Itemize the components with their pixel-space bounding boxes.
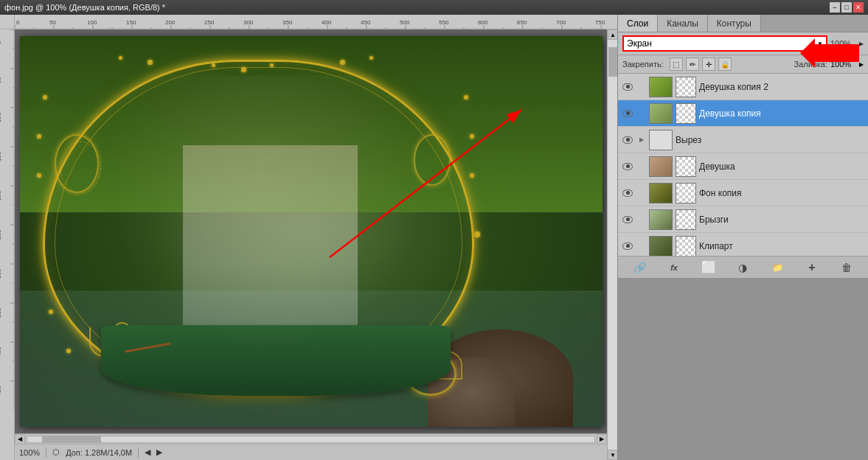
layer-item-5[interactable]: Брызги [618,206,868,233]
layer-name-1: Девушка копия [699,108,865,119]
svg-text:350: 350 [0,307,2,318]
layer-mask-3 [676,156,696,177]
svg-text:450: 450 [361,19,371,26]
maximize-button[interactable]: □ [841,2,852,13]
layer-visibility-6[interactable] [621,240,634,253]
svg-text:400: 400 [0,346,2,357]
layer-name-6: Клипарт [699,241,865,251]
panel-bottom-toolbar: 🔗 fx ⬜ ◑ 📁 + 🗑 [618,256,868,278]
svg-text:100: 100 [87,19,97,26]
svg-text:150: 150 [126,19,136,26]
opacity-value: 100% [830,39,856,48]
status-bar: 100% ⬡ Доп: 1.28M/14,0M ◀ ▶ [15,444,607,460]
layers-list[interactable]: Девушка копия 2Девушка копия▶ВырезДевушк… [618,74,868,256]
fx-btn[interactable]: fx [665,259,683,276]
scroll-track-vertical[interactable] [608,40,617,450]
blend-mode-select[interactable]: Экран ▼ [622,35,827,52]
add-mask-btn[interactable]: ⬜ [700,259,718,276]
eye-icon-5 [622,216,633,223]
canvas-scrollbar-vertical[interactable]: ▲ ▼ [607,29,617,460]
svg-text:250: 250 [204,19,215,26]
lock-position-btn[interactable]: ✛ [702,58,715,71]
svg-text:650: 650 [517,19,527,26]
scroll-thumb-vertical[interactable] [608,47,617,77]
layer-name-4: Фон копия [699,188,865,198]
layer-item-2[interactable]: ▶Вырез [618,127,868,153]
link-layers-btn[interactable]: 🔗 [631,259,648,276]
delete-layer-btn[interactable]: 🗑 [838,259,855,276]
layer-mask-4 [676,183,696,203]
layer-item-4[interactable]: Фон копия [618,180,868,206]
opacity-arrow[interactable]: ▶ [859,41,864,47]
photoshop-canvas [20,36,603,427]
tab-layers[interactable]: Слои [618,15,658,32]
fill-arrow[interactable]: ▶ [859,61,864,68]
separator [46,447,46,458]
eye-icon-3 [622,163,633,170]
title-bar: фон.jpg @ 100% (Девушка копия, RGB/8) * … [0,0,868,15]
canvas-container[interactable] [15,29,607,433]
lock-pixels-btn[interactable]: ✏ [686,58,699,71]
lock-row: Закрепить: ⬚ ✏ ✛ 🔒 Заливка: 100% ▶ [618,55,868,74]
layer-item-0[interactable]: Девушка копия 2 [618,74,868,100]
layer-visibility-1[interactable] [621,107,634,120]
blend-mode-row: Экран ▼ 100% ▶ [618,32,868,55]
blend-mode-value: Экран [627,38,652,49]
layer-name-2: Вырез [676,135,865,145]
svg-text:750: 750 [595,19,605,26]
svg-text:700: 700 [556,19,566,26]
nav-arrow-right[interactable]: ▶ [156,447,162,457]
layer-name-0: Девушка копия 2 [699,82,865,92]
eye-icon-1 [622,110,633,117]
new-layer-btn[interactable]: + [803,259,821,276]
svg-text:0: 0 [0,41,2,44]
doc-size-text: Доп: 1.28M/14,0M [66,448,132,457]
layer-mask-5 [676,209,696,230]
nav-arrow-left[interactable]: ◀ [145,447,150,457]
layer-mask-0 [676,77,696,97]
layer-visibility-5[interactable] [621,213,634,226]
scroll-track-horizontal[interactable] [27,436,595,443]
canvas-area: 0 50 100 150 200 250 300 [0,15,617,460]
layer-thumb-5 [649,209,673,230]
svg-text:50: 50 [0,77,2,83]
right-panel: Слои Каналы Контуры Экран ▼ 100% ▶ Закре… [617,15,868,460]
svg-text:0: 0 [16,19,20,26]
eye-icon-4 [622,189,633,197]
scroll-thumb-horizontal[interactable] [42,436,101,442]
scroll-left-arrow[interactable]: ◀ [15,434,25,445]
title-bar-text: фон.jpg @ 100% (Девушка копия, RGB/8) * [4,3,165,12]
lock-all-btn[interactable]: 🔒 [718,58,732,71]
ruler-vertical: 0 50 100 150 200 250 300 [0,29,15,460]
fill-value: 100% [830,60,856,69]
layer-name-3: Девушка [699,161,865,172]
scroll-down-arrow[interactable]: ▼ [608,450,617,460]
separator2 [138,447,139,458]
svg-text:100: 100 [0,112,2,122]
layer-thumb-0 [649,77,673,97]
group-btn[interactable]: 📁 [768,259,786,276]
layer-item-1[interactable]: Девушка копия [618,100,868,127]
minimize-button[interactable]: – [830,2,840,13]
svg-text:250: 250 [0,229,2,240]
layer-visibility-0[interactable] [621,80,634,94]
canvas-scrollbar-horizontal[interactable]: ◀ ▶ [15,433,607,444]
scroll-up-arrow[interactable]: ▲ [608,29,617,40]
eye-icon-2 [622,136,633,144]
layer-visibility-4[interactable] [621,187,634,200]
panel-gray-area [618,278,868,460]
svg-text:150: 150 [0,151,2,161]
layer-visibility-3[interactable] [621,160,634,173]
layer-item-3[interactable]: Девушка [618,153,868,180]
svg-text:200: 200 [0,190,2,201]
lock-transparency-btn[interactable]: ⬚ [670,58,683,71]
tab-channels[interactable]: Каналы [658,15,708,32]
adjustment-btn[interactable]: ◑ [734,259,751,276]
layer-item-6[interactable]: Клипарт [618,233,868,256]
svg-text:300: 300 [0,268,2,279]
close-button[interactable]: ✕ [853,2,864,13]
title-bar-controls: – □ ✕ [830,2,864,13]
scroll-right-arrow[interactable]: ▶ [597,434,607,445]
tab-paths[interactable]: Контуры [708,15,761,32]
layer-visibility-2[interactable] [621,133,634,147]
